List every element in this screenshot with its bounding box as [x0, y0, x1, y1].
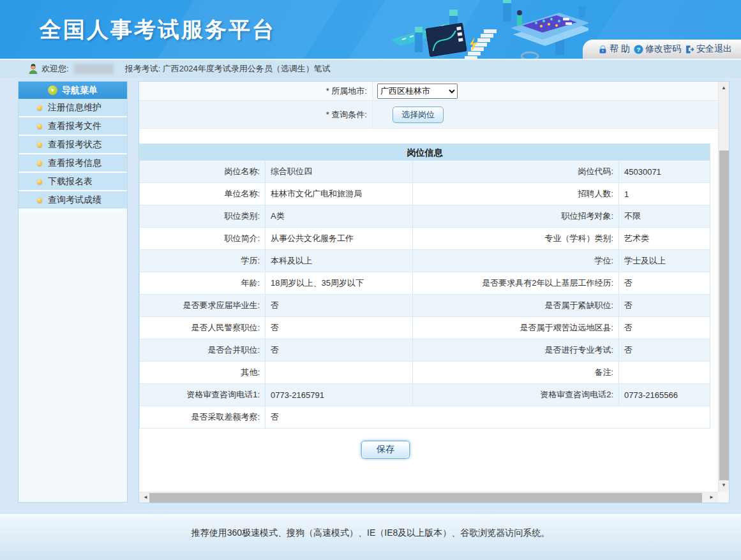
row-label: 是否采取差额考察:: [140, 406, 266, 428]
welcome-bar: 欢迎您: 报考考试: 广西2024年度考试录用公务员（选调生）笔试: [0, 59, 741, 78]
row-value: 否: [266, 295, 413, 316]
row-label: 是否要求应届毕业生:: [140, 295, 266, 316]
exit-icon: [685, 45, 694, 54]
table-row: 职位类别: A类 职位招考对象: 不限: [140, 205, 710, 228]
bullet-icon: [37, 142, 42, 147]
row-label: 招聘人数:: [413, 183, 619, 205]
row-label: 学历:: [140, 250, 266, 272]
help-link[interactable]: 帮 助: [598, 43, 630, 55]
scroll-down-icon[interactable]: ▼: [719, 480, 729, 490]
bullet-icon: [37, 161, 42, 166]
row-value: 否: [266, 339, 413, 361]
row-value: 桂林市文化广电和旅游局: [266, 183, 413, 205]
row-label: 备注:: [413, 362, 619, 383]
lock-icon: [598, 45, 608, 54]
table-row: 学历: 本科及以上 学位: 学士及以上: [140, 250, 710, 272]
row-value: 本科及以上: [266, 250, 413, 272]
horizontal-scrollbar[interactable]: ◄ ►: [139, 492, 718, 503]
city-label: * 所属地市:: [139, 82, 373, 100]
sidebar-item-register-info[interactable]: 注册信息维护: [19, 99, 127, 117]
table-row: 是否合并职位: 否 是否进行专业考试: 否: [140, 339, 710, 362]
table-row: 岗位名称: 综合职位四 岗位代码: 45030071: [140, 161, 710, 183]
row-value: A类: [266, 205, 413, 227]
sidebar-header: ▼ 导航菜单: [19, 82, 127, 99]
row-label: 专业（学科）类别:: [413, 228, 619, 249]
sidebar-item-label: 查询考试成绩: [48, 191, 101, 209]
scroll-up-icon[interactable]: ▲: [719, 83, 729, 93]
row-value: 从事公共文化服务工作: [266, 228, 413, 249]
row-value: 不限: [619, 205, 710, 227]
table-row: 年龄: 18周岁以上、35周岁以下 是否要求具有2年以上基层工作经历: 否: [140, 272, 710, 295]
help-label: 帮 助: [610, 43, 630, 55]
row-value: [266, 362, 413, 383]
table-row: 单位名称: 桂林市文化广电和旅游局 招聘人数: 1: [140, 183, 710, 205]
exam-info: 报考考试: 广西2024年度考试录用公务员（选调生）笔试: [125, 63, 331, 75]
select-post-button[interactable]: 选择岗位: [393, 107, 444, 123]
sidebar-item-view-apply-info[interactable]: 查看报考信息: [19, 154, 127, 173]
bullet-icon: [37, 179, 42, 184]
row-value: 否: [266, 317, 413, 339]
row-label: 是否属于紧缺职位:: [413, 295, 619, 316]
row-value: 45030071: [619, 161, 710, 182]
row-label: 是否合并职位:: [140, 339, 266, 361]
vertical-scrollbar-thumb[interactable]: [719, 151, 729, 480]
sidebar-item-view-apply-status[interactable]: 查看报考状态: [19, 136, 127, 154]
position-table: 岗位信息 岗位名称: 综合职位四 岗位代码: 45030071 单位名称: 桂林…: [139, 144, 710, 429]
row-value: [619, 362, 710, 383]
page-title: 全国人事考试服务平台: [40, 15, 276, 45]
row-value: 否: [619, 317, 710, 339]
table-row: 是否要求应届毕业生: 否 是否属于紧缺职位: 否: [140, 295, 710, 317]
row-label: 资格审查咨询电话1:: [140, 384, 266, 406]
row-value: 否: [266, 406, 710, 428]
logout-link[interactable]: 安全退出: [685, 43, 732, 55]
save-button-area: 保存: [139, 441, 718, 459]
change-password-link[interactable]: ? 修改密码: [634, 43, 681, 55]
table-row: 资格审查咨询电话1: 0773-2165791 资格审查咨询电话2: 0773-…: [140, 384, 710, 406]
row-label: 是否进行专业考试:: [413, 339, 619, 361]
query-label: * 查询条件:: [139, 101, 373, 128]
bullet-icon: [37, 198, 42, 203]
row-value: 0773-2165566: [619, 384, 710, 406]
row-value: 18周岁以上、35周岁以下: [266, 272, 413, 294]
sidebar-item-label: 查看报考状态: [48, 135, 101, 154]
logout-label: 安全退出: [696, 43, 732, 55]
row-value: 学士及以上: [619, 250, 710, 272]
sidebar-item-view-exam-files[interactable]: 查看报考文件: [19, 117, 127, 136]
sidebar-item-download-form[interactable]: 下载报名表: [19, 173, 127, 191]
city-select[interactable]: 广西区桂林市: [377, 84, 458, 99]
row-label: 其他:: [140, 362, 266, 383]
vertical-scrollbar[interactable]: ▲ ▼: [718, 82, 729, 492]
row-label: 职位类别:: [140, 205, 266, 227]
form-row-city: * 所属地市: 广西区桂林市: [139, 82, 718, 101]
row-label: 职位招考对象:: [413, 205, 619, 227]
horizontal-scrollbar-thumb[interactable]: [149, 493, 702, 503]
table-row: 其他: 备注:: [140, 362, 710, 384]
user-icon: [28, 64, 38, 75]
sidebar-title: 导航菜单: [62, 85, 98, 96]
save-button[interactable]: 保存: [361, 441, 410, 459]
row-label: 单位名称:: [140, 183, 266, 205]
utility-bar: 帮 助 ? 修改密码 安全退出: [583, 40, 741, 59]
sidebar-item-label: 下载报名表: [48, 172, 93, 191]
form-row-query: * 查询条件: 选择岗位: [139, 101, 718, 129]
bullet-icon: [37, 124, 42, 129]
row-label: 是否人民警察职位:: [140, 317, 266, 339]
content-panel: * 所属地市: 广西区桂林市 * 查询条件: 选择岗位 岗位信息 岗位名称: 综…: [138, 81, 730, 503]
row-label: 年龄:: [140, 272, 266, 294]
scrollbar-corner: [718, 492, 729, 503]
sidebar-item-label: 注册信息维护: [48, 98, 101, 117]
question-circle-icon: ?: [634, 45, 643, 54]
row-value: 否: [619, 339, 710, 361]
sidebar-item-query-scores[interactable]: 查询考试成绩: [19, 191, 127, 210]
table-row: 是否人民警察职位: 否 是否属于艰苦边远地区县: 否: [140, 317, 710, 339]
row-label: 学位:: [413, 250, 619, 272]
table-title: 岗位信息: [140, 144, 710, 161]
row-value: 0773-2165791: [266, 384, 413, 406]
row-value: 综合职位四: [266, 161, 413, 182]
svg-text:?: ?: [637, 45, 641, 52]
scroll-right-icon[interactable]: ►: [707, 492, 717, 503]
sidebar: ▼ 导航菜单 注册信息维护 查看报考文件 查看报考状态 查看报考信息 下载报名表…: [18, 81, 128, 503]
row-label: 资格审查咨询电话2:: [413, 384, 619, 406]
row-label: 是否属于艰苦边远地区县:: [413, 317, 619, 339]
footer: 推荐使用360极速模式、搜狗（高速模式）、IE（IE8及以上版本）、谷歌浏览器访…: [0, 514, 741, 560]
